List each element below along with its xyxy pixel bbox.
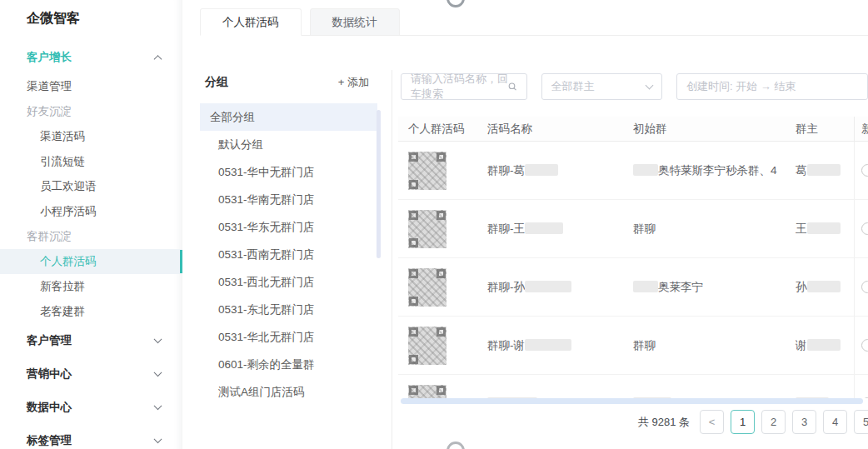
sidebar-section-customer-management[interactable]: 客户管理 — [0, 324, 182, 357]
sidebar-item-channel-live-code[interactable]: 渠道活码 — [0, 124, 182, 149]
panel-divider — [392, 70, 392, 449]
redacted-text — [807, 222, 841, 234]
group-item[interactable]: 0601-剩余的全量群 — [200, 351, 377, 378]
toggle-switch[interactable] — [861, 222, 868, 235]
column-header-qr: 个人群活码 — [398, 117, 487, 141]
pagination: 共 9281 条 < 1 2 3 4 5 — [638, 410, 868, 434]
sidebar-item-staff-welcome[interactable]: 员工欢迎语 — [0, 174, 182, 199]
redacted-text — [525, 339, 571, 351]
sidebar-section-label: 数据中心 — [27, 401, 72, 413]
table-row: 群聊-王 群聊 王 — [398, 200, 868, 258]
page-button-2[interactable]: 2 — [761, 410, 786, 434]
active-indicator-bar — [180, 250, 182, 273]
search-icon — [508, 81, 517, 92]
filter-bar: 请输入活码名称，回车搜索 全部群主 创建时间: 开始 → 结束 — [401, 73, 868, 100]
group-item[interactable]: 测试A组门店活码 — [200, 378, 377, 406]
group-item[interactable]: 0531-华北无群门店 — [200, 323, 377, 351]
date-range-picker[interactable]: 创建时间: 开始 → 结束 — [676, 73, 868, 100]
toggle-switch[interactable] — [861, 281, 868, 293]
chevron-down-icon — [154, 402, 162, 410]
horizontal-scrollbar[interactable] — [401, 398, 863, 404]
sidebar-section-tag-management[interactable]: 标签管理 — [0, 424, 182, 449]
redacted-text — [525, 222, 563, 234]
sidebar-item-traffic-short-link[interactable]: 引流短链 — [0, 149, 182, 174]
live-code-name: 群聊-葛 — [487, 164, 525, 177]
group-item[interactable]: 0531-华东无群门店 — [200, 213, 377, 241]
redacted-text — [525, 281, 571, 292]
chevron-down-icon — [154, 435, 162, 443]
group-item[interactable]: 0531-华中无群门店 — [200, 158, 377, 186]
qr-code-thumbnail — [408, 327, 446, 365]
page-button-1[interactable]: 1 — [731, 410, 755, 434]
sidebar-item-channel-management[interactable]: 渠道管理 — [0, 74, 182, 99]
sidebar-section-label: 营销中心 — [27, 367, 72, 380]
sidebar-section-marketing-center[interactable]: 营销中心 — [0, 357, 182, 391]
chevron-down-icon — [154, 368, 162, 377]
group-panel-title: 分组 — [205, 75, 228, 90]
group-owner: 孙 — [796, 281, 807, 293]
sidebar-section-label: 客户增长 — [27, 51, 72, 63]
content-tabbar: 个人群活码 数据统计 — [200, 8, 868, 36]
live-code-name: 群聊-孙 — [487, 281, 525, 293]
tab-data-statistics[interactable]: 数据统计 — [310, 8, 400, 36]
table-row — [398, 375, 868, 398]
initial-group: 群聊 — [633, 339, 656, 352]
group-list-scrollbar[interactable] — [377, 110, 381, 258]
group-item[interactable]: 0531-东北无群门店 — [200, 296, 377, 323]
sidebar-item-label: 个人群活码 — [40, 255, 97, 267]
prev-page-button[interactable]: < — [700, 410, 724, 434]
group-item[interactable]: 0531-华南无群门店 — [200, 186, 377, 213]
live-code-table: 个人群活码 活码名称 初始群 群主 新 群聊-葛 奥特莱斯李宁秒杀群、4 葛 群… — [398, 117, 868, 398]
date-range-label: 创建时间: 开始 → 结束 — [686, 79, 796, 94]
table-row: 群聊-孙 奥莱李宁 孙 — [398, 258, 868, 317]
search-input[interactable]: 请输入活码名称，回车搜索 — [401, 73, 527, 100]
sidebar-section-label: 标签管理 — [27, 434, 72, 447]
redacted-text — [525, 164, 558, 176]
toggle-switch[interactable] — [861, 397, 868, 398]
chevron-down-icon — [646, 81, 654, 89]
redacted-text — [807, 164, 841, 176]
sidebar-section-label: 客户管理 — [27, 334, 72, 347]
toggle-switch[interactable] — [861, 339, 868, 352]
scroll-ring-bottom — [446, 442, 465, 449]
sidebar-item-personal-group-live-code[interactable]: 个人群活码 — [0, 249, 182, 274]
qr-code-thumbnail — [408, 268, 446, 307]
column-header-name: 活码名称 — [487, 117, 633, 141]
live-code-name: 群聊-王 — [487, 222, 525, 235]
sidebar: 企微智客 客户增长 渠道管理 好友沉淀 渠道活码 引流短链 员工欢迎语 小程序活… — [0, 0, 182, 449]
page-button-5[interactable]: 5 — [854, 410, 868, 434]
redacted-text — [807, 339, 841, 351]
table-row: 群聊-谢 群聊 谢 — [398, 317, 868, 375]
owner-filter-select[interactable]: 全部群主 — [541, 73, 662, 100]
column-header-initial-group: 初始群 — [633, 117, 796, 141]
redacted-text — [633, 164, 658, 176]
initial-group: 奥特莱斯李宁秒杀群、4 — [658, 164, 777, 177]
group-item[interactable]: 0531-西北无群门店 — [200, 268, 377, 296]
sidebar-section-data-center[interactable]: 数据中心 — [0, 391, 182, 424]
qr-code-thumbnail — [408, 385, 446, 399]
column-header-owner: 群主 — [796, 117, 854, 141]
redacted-text — [633, 281, 658, 292]
sidebar-item-miniprogram-live-code[interactable]: 小程序活码 — [0, 199, 182, 224]
add-group-button[interactable]: + 添加 — [338, 75, 369, 90]
chevron-down-icon — [154, 335, 162, 343]
group-owner: 谢 — [796, 339, 807, 352]
group-item-default[interactable]: 默认分组 — [200, 131, 377, 158]
sidebar-section-customer-growth[interactable]: 客户增长 — [0, 41, 182, 74]
toggle-switch[interactable] — [861, 164, 868, 177]
total-count-label: 共 9281 条 — [638, 415, 690, 430]
table-header-row: 个人群活码 活码名称 初始群 群主 新 — [398, 117, 868, 142]
group-item-all[interactable]: 全部分组 — [200, 103, 377, 131]
page-button-3[interactable]: 3 — [792, 410, 816, 434]
initial-group: 群聊 — [633, 222, 656, 235]
app-title: 企微智客 — [0, 7, 182, 41]
sidebar-item-new-customer-group[interactable]: 新客拉群 — [0, 274, 182, 299]
page-button-4[interactable]: 4 — [823, 410, 847, 434]
group-item[interactable]: 0531-西南无群门店 — [200, 241, 377, 268]
sidebar-group-friend-retention: 好友沉淀 — [0, 99, 182, 124]
initial-group: 奥莱李宁 — [658, 281, 703, 293]
column-header-new: 新 — [854, 117, 868, 141]
tab-personal-group-live-code[interactable]: 个人群活码 — [200, 8, 302, 36]
sidebar-item-old-customer-group[interactable]: 老客建群 — [0, 299, 182, 324]
chevron-up-icon — [154, 55, 162, 63]
